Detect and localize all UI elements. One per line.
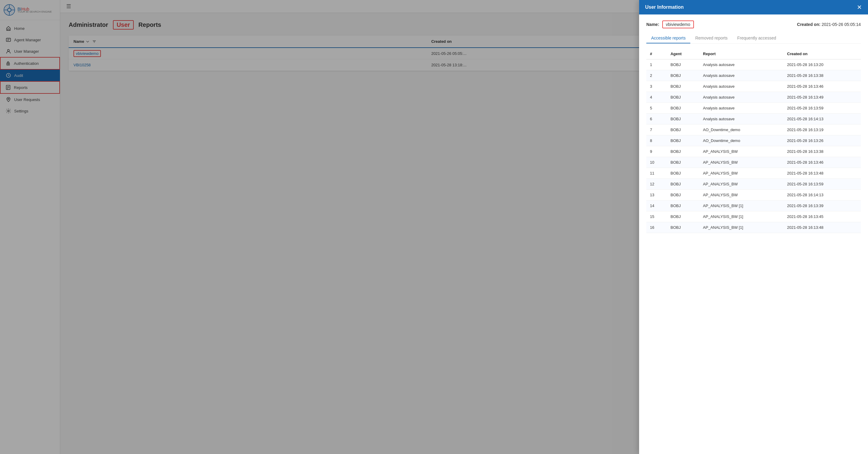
report-cell-report: Analysis autosave bbox=[699, 92, 783, 103]
report-cell-agent: BOBJ bbox=[667, 92, 699, 103]
report-cell-created_on: 2021-05-28 16:13:26 bbox=[783, 135, 861, 146]
report-cell-created_on: 2021-05-28 16:13:38 bbox=[783, 146, 861, 157]
report-row: 8BOBJAO_Downtime_demo2021-05-28 16:13:26 bbox=[646, 135, 861, 146]
report-cell-agent: BOBJ bbox=[667, 146, 699, 157]
report-cell-num: 2 bbox=[646, 70, 667, 81]
user-name-label: Name: bbox=[646, 22, 659, 27]
report-cell-report: AP_ANALYSIS_BW bbox=[699, 168, 783, 179]
report-cell-report: Analysis autosave bbox=[699, 114, 783, 124]
reports-col-report: Report bbox=[699, 49, 783, 59]
report-cell-agent: BOBJ bbox=[667, 81, 699, 92]
modal-close-button[interactable]: ✕ bbox=[857, 4, 862, 10]
user-info-row: Name: vbiviewdemo Created on: 2021-05-26… bbox=[646, 21, 861, 28]
report-row: 2BOBJAnalysis autosave2021-05-28 16:13:3… bbox=[646, 70, 861, 81]
report-cell-report: AO_Downtime_demo bbox=[699, 124, 783, 135]
report-cell-num: 7 bbox=[646, 124, 667, 135]
report-cell-num: 12 bbox=[646, 179, 667, 190]
report-cell-agent: BOBJ bbox=[667, 168, 699, 179]
report-cell-num: 5 bbox=[646, 103, 667, 114]
modal-header: User Information ✕ bbox=[639, 0, 868, 15]
tab-removed-reports[interactable]: Removed reports bbox=[690, 33, 732, 44]
reports-table: # Agent Report Created on 1BOBJAnalysis … bbox=[646, 49, 861, 233]
report-cell-report: AP_ANALYSIS_BW bbox=[699, 190, 783, 200]
report-cell-created_on: 2021-05-28 16:14:13 bbox=[783, 114, 861, 124]
report-row: 3BOBJAnalysis autosave2021-05-28 16:13:4… bbox=[646, 81, 861, 92]
report-cell-num: 9 bbox=[646, 146, 667, 157]
report-row: 11BOBJAP_ANALYSIS_BW2021-05-28 16:13:48 bbox=[646, 168, 861, 179]
report-cell-report: AP_ANALYSIS_BW [1] bbox=[699, 211, 783, 222]
created-value: 2021-05-26 05:05:14 bbox=[822, 22, 861, 27]
report-cell-num: 10 bbox=[646, 157, 667, 168]
report-cell-report: Analysis autosave bbox=[699, 81, 783, 92]
report-row: 4BOBJAnalysis autosave2021-05-28 16:13:4… bbox=[646, 92, 861, 103]
report-cell-agent: BOBJ bbox=[667, 222, 699, 233]
report-cell-agent: BOBJ bbox=[667, 135, 699, 146]
report-row: 10BOBJAP_ANALYSIS_BW2021-05-28 16:13:46 bbox=[646, 157, 861, 168]
report-cell-created_on: 2021-05-28 16:14:13 bbox=[783, 190, 861, 200]
report-cell-created_on: 2021-05-28 16:13:48 bbox=[783, 168, 861, 179]
report-cell-created_on: 2021-05-28 16:13:46 bbox=[783, 81, 861, 92]
report-cell-agent: BOBJ bbox=[667, 103, 699, 114]
report-cell-created_on: 2021-05-28 16:13:45 bbox=[783, 211, 861, 222]
report-cell-num: 15 bbox=[646, 211, 667, 222]
report-row: 5BOBJAnalysis autosave2021-05-28 16:13:5… bbox=[646, 103, 861, 114]
report-cell-agent: BOBJ bbox=[667, 157, 699, 168]
report-cell-report: AP_ANALYSIS_BW [1] bbox=[699, 222, 783, 233]
report-row: 6BOBJAnalysis autosave2021-05-28 16:14:1… bbox=[646, 114, 861, 124]
report-cell-created_on: 2021-05-28 16:13:19 bbox=[783, 124, 861, 135]
report-cell-report: Analysis autosave bbox=[699, 70, 783, 81]
tab-accessible-reports[interactable]: Accessible reports bbox=[646, 33, 690, 44]
report-cell-created_on: 2021-05-28 16:13:20 bbox=[783, 59, 861, 70]
tab-frequently-accessed[interactable]: Frequently accessed bbox=[733, 33, 781, 44]
report-cell-created_on: 2021-05-28 16:13:48 bbox=[783, 222, 861, 233]
report-cell-agent: BOBJ bbox=[667, 59, 699, 70]
report-cell-report: Analysis autosave bbox=[699, 59, 783, 70]
report-cell-report: AO_Downtime_demo bbox=[699, 135, 783, 146]
report-cell-num: 13 bbox=[646, 190, 667, 200]
report-row: 7BOBJAO_Downtime_demo2021-05-28 16:13:19 bbox=[646, 124, 861, 135]
report-cell-report: Analysis autosave bbox=[699, 103, 783, 114]
report-row: 1BOBJAnalysis autosave2021-05-28 16:13:2… bbox=[646, 59, 861, 70]
report-row: 15BOBJAP_ANALYSIS_BW [1]2021-05-28 16:13… bbox=[646, 211, 861, 222]
report-cell-agent: BOBJ bbox=[667, 190, 699, 200]
report-cell-report: AP_ANALYSIS_BW bbox=[699, 179, 783, 190]
report-cell-created_on: 2021-05-28 16:13:38 bbox=[783, 70, 861, 81]
report-cell-num: 1 bbox=[646, 59, 667, 70]
report-row: 16BOBJAP_ANALYSIS_BW [1]2021-05-28 16:13… bbox=[646, 222, 861, 233]
report-row: 14BOBJAP_ANALYSIS_BW [1]2021-05-28 16:13… bbox=[646, 200, 861, 211]
created-label: Created on: bbox=[797, 22, 820, 27]
reports-col-num: # bbox=[646, 49, 667, 59]
modal-user-info: User Information ✕ Name: vbiviewdemo Cre… bbox=[639, 0, 868, 454]
report-cell-num: 14 bbox=[646, 200, 667, 211]
report-cell-report: AP_ANALYSIS_BW [1] bbox=[699, 200, 783, 211]
report-cell-num: 16 bbox=[646, 222, 667, 233]
report-cell-created_on: 2021-05-28 16:13:46 bbox=[783, 157, 861, 168]
user-name-field: Name: vbiviewdemo bbox=[646, 21, 694, 28]
modal-tabs: Accessible reports Removed reports Frequ… bbox=[646, 33, 861, 44]
created-info: Created on: 2021-05-26 05:05:14 bbox=[797, 22, 861, 27]
report-cell-agent: BOBJ bbox=[667, 211, 699, 222]
report-cell-num: 8 bbox=[646, 135, 667, 146]
report-cell-created_on: 2021-05-28 16:13:39 bbox=[783, 200, 861, 211]
modal-title: User Information bbox=[645, 4, 684, 10]
report-row: 9BOBJAP_ANALYSIS_BW2021-05-28 16:13:38 bbox=[646, 146, 861, 157]
reports-col-created: Created on bbox=[783, 49, 861, 59]
report-cell-agent: BOBJ bbox=[667, 124, 699, 135]
report-cell-report: AP_ANALYSIS_BW bbox=[699, 157, 783, 168]
report-cell-num: 3 bbox=[646, 81, 667, 92]
report-cell-created_on: 2021-05-28 16:13:49 bbox=[783, 92, 861, 103]
report-cell-num: 4 bbox=[646, 92, 667, 103]
report-cell-agent: BOBJ bbox=[667, 70, 699, 81]
report-cell-report: AP_ANALYSIS_BW bbox=[699, 146, 783, 157]
report-cell-created_on: 2021-05-28 16:13:59 bbox=[783, 103, 861, 114]
report-cell-agent: BOBJ bbox=[667, 114, 699, 124]
report-row: 13BOBJAP_ANALYSIS_BW2021-05-28 16:14:13 bbox=[646, 190, 861, 200]
report-cell-agent: BOBJ bbox=[667, 200, 699, 211]
report-row: 12BOBJAP_ANALYSIS_BW2021-05-28 16:13:59 bbox=[646, 179, 861, 190]
modal-body: Name: vbiviewdemo Created on: 2021-05-26… bbox=[639, 15, 868, 454]
report-cell-created_on: 2021-05-28 16:13:59 bbox=[783, 179, 861, 190]
report-cell-agent: BOBJ bbox=[667, 179, 699, 190]
report-cell-num: 11 bbox=[646, 168, 667, 179]
user-name-value: vbiviewdemo bbox=[662, 21, 694, 28]
reports-col-agent: Agent bbox=[667, 49, 699, 59]
